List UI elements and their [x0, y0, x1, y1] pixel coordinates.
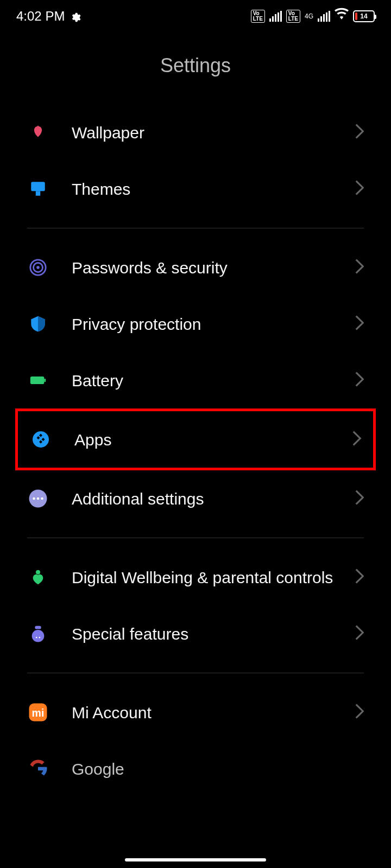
setting-themes[interactable]: Themes [0, 161, 391, 217]
page-title: Settings [0, 33, 391, 104]
svg-point-13 [32, 630, 45, 642]
battery-icon: 14 [353, 10, 375, 22]
svg-point-4 [36, 266, 40, 269]
chevron-right-icon [352, 431, 361, 448]
setting-label: Additional settings [72, 488, 355, 509]
setting-label: Mi Account [72, 702, 355, 723]
battery-icon [27, 369, 49, 391]
chevron-right-icon [355, 180, 364, 197]
google-icon [27, 758, 49, 780]
status-right: VoLTE VoLTE 4G 14 [251, 8, 375, 25]
battery-level: 14 [354, 12, 374, 20]
chevron-right-icon [355, 259, 364, 276]
svg-point-15 [39, 637, 40, 639]
setting-label: Digital Wellbeing & parental controls [72, 567, 355, 588]
settings-indicator-icon [70, 11, 81, 22]
home-indicator[interactable] [125, 858, 266, 861]
setting-additional-settings[interactable]: Additional settings [0, 470, 391, 527]
wellbeing-icon [27, 566, 49, 588]
setting-label: Passwords & security [72, 257, 355, 278]
setting-battery[interactable]: Battery [0, 352, 391, 409]
volte-icon-2: VoLTE [286, 10, 300, 23]
volte-icon: VoLTE [251, 10, 265, 23]
network-4g-label: 4G [305, 12, 313, 20]
status-time: 4:02 PM [16, 9, 65, 24]
privacy-icon [27, 313, 49, 335]
chevron-right-icon [355, 490, 364, 507]
svg-rect-12 [35, 626, 41, 629]
signal-2-icon [318, 11, 330, 22]
svg-text:mi: mi [32, 707, 45, 719]
setting-label: Apps [74, 429, 352, 450]
setting-label: Battery [72, 370, 355, 391]
status-left: 4:02 PM [16, 9, 81, 24]
fingerprint-icon [27, 257, 49, 278]
highlight-box: Apps [15, 409, 376, 470]
status-bar: 4:02 PM VoLTE VoLTE 4G 14 [0, 0, 391, 33]
signal-1-icon [269, 11, 282, 22]
svg-rect-5 [30, 376, 45, 384]
setting-label: Privacy protection [72, 314, 355, 335]
svg-point-10 [41, 497, 43, 500]
setting-privacy-protection[interactable]: Privacy protection [0, 296, 391, 352]
chevron-right-icon [355, 372, 364, 389]
setting-apps[interactable]: Apps [18, 411, 373, 468]
setting-passwords-security[interactable]: Passwords & security [0, 239, 391, 296]
setting-special-features[interactable]: Special features [0, 605, 391, 662]
setting-digital-wellbeing[interactable]: Digital Wellbeing & parental controls [0, 549, 391, 605]
setting-label: Wallpaper [72, 122, 355, 143]
setting-google[interactable]: Google [0, 741, 391, 797]
svg-rect-6 [44, 379, 46, 382]
chevron-right-icon [355, 625, 364, 642]
special-icon [27, 623, 49, 644]
chevron-right-icon [355, 124, 364, 141]
apps-icon [30, 429, 52, 450]
svg-point-14 [36, 637, 37, 639]
divider [27, 673, 364, 673]
wallpaper-icon [27, 122, 49, 143]
chevron-right-icon [355, 569, 364, 586]
more-icon [27, 488, 49, 509]
setting-mi-account[interactable]: mi Mi Account [0, 684, 391, 741]
setting-label: Themes [72, 178, 355, 200]
setting-label: Special features [72, 623, 355, 644]
themes-icon [27, 178, 49, 200]
svg-rect-1 [36, 191, 41, 196]
chevron-right-icon [355, 704, 364, 721]
divider [27, 538, 364, 538]
divider [27, 228, 364, 228]
mi-icon: mi [27, 701, 49, 723]
settings-list: Wallpaper Themes Passwords & security Pr… [0, 104, 391, 797]
setting-label: Google [72, 758, 364, 780]
svg-point-9 [37, 497, 40, 500]
wifi-icon [335, 8, 349, 25]
svg-point-11 [36, 570, 40, 575]
setting-wallpaper[interactable]: Wallpaper [0, 104, 391, 161]
svg-point-8 [33, 497, 35, 500]
chevron-right-icon [355, 315, 364, 333]
svg-rect-0 [31, 182, 45, 191]
